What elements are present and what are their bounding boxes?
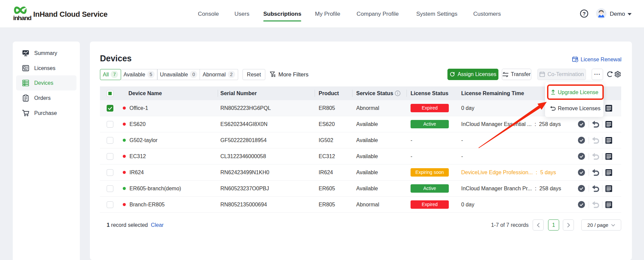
svg-text:?: ? bbox=[583, 11, 586, 16]
svg-text:inhand: inhand bbox=[13, 14, 32, 21]
